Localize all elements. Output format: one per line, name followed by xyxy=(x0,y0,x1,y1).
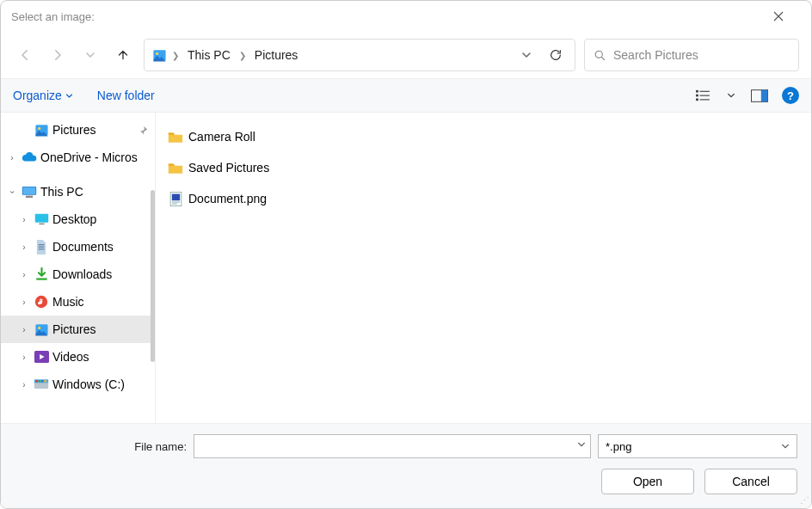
file-list[interactable]: Camera Roll Saved Pictures Document.png xyxy=(156,113,811,423)
navigation-tree[interactable]: › Pictures › OneDrive - Micros › This PC… xyxy=(1,113,156,423)
organize-menu[interactable]: Organize xyxy=(13,89,73,102)
sidebar-item-desktop[interactable]: › Desktop xyxy=(1,205,155,233)
chevron-right-icon[interactable]: › xyxy=(18,215,30,224)
svg-rect-10 xyxy=(761,89,768,101)
search-input[interactable] xyxy=(613,48,790,62)
sidebar-item-label: Documents xyxy=(52,240,114,254)
chevron-down-icon[interactable]: › xyxy=(8,186,17,198)
sidebar-item-cdrive[interactable]: › Windows (C:) xyxy=(1,371,155,398)
sidebar-item-videos[interactable]: › Videos xyxy=(1,343,155,371)
svg-rect-29 xyxy=(39,380,40,382)
svg-rect-18 xyxy=(39,244,45,245)
preview-pane-button[interactable] xyxy=(747,85,772,106)
desktop-icon xyxy=(34,212,49,227)
svg-rect-35 xyxy=(171,203,176,204)
file-type-filter[interactable]: *.png xyxy=(598,434,797,458)
sidebar-item-label: Windows (C:) xyxy=(52,377,125,391)
file-name: Camera Roll xyxy=(188,130,255,144)
videos-icon xyxy=(34,349,49,365)
scrollbar-thumb[interactable] xyxy=(151,190,155,362)
search-icon xyxy=(594,49,606,62)
svg-rect-6 xyxy=(700,95,710,96)
chevron-right-icon[interactable]: › xyxy=(6,153,18,163)
pictures-icon xyxy=(34,122,49,138)
window-title: Select an image: xyxy=(11,10,95,23)
file-name: Document.png xyxy=(188,192,267,205)
sidebar-item-label: OneDrive - Micros xyxy=(40,150,138,164)
filename-input[interactable] xyxy=(194,434,591,458)
drive-icon xyxy=(34,377,49,392)
svg-rect-30 xyxy=(41,380,43,382)
breadcrumb-pictures[interactable]: Pictures xyxy=(251,46,302,64)
chevron-right-icon: ❯ xyxy=(172,51,179,60)
folder-icon xyxy=(168,160,183,175)
sidebar-item-thispc[interactable]: › This PC xyxy=(1,178,155,205)
svg-rect-33 xyxy=(171,193,179,200)
sidebar-item-music[interactable]: › Music xyxy=(1,288,155,316)
svg-point-24 xyxy=(38,326,40,328)
folder-icon xyxy=(168,129,183,144)
open-button[interactable]: Open xyxy=(601,469,694,494)
view-options-dropdown[interactable] xyxy=(725,85,737,106)
chevron-right-icon[interactable]: › xyxy=(18,353,30,362)
refresh-button[interactable] xyxy=(544,43,568,67)
pictures-icon xyxy=(151,47,167,63)
sidebar-item-label: Videos xyxy=(52,350,89,364)
svg-rect-17 xyxy=(39,224,44,225)
address-history-dropdown[interactable] xyxy=(514,43,538,67)
image-file-icon xyxy=(168,191,183,206)
new-folder-button[interactable]: New folder xyxy=(97,89,155,102)
close-button[interactable] xyxy=(773,11,801,21)
sidebar-item-label: Pictures xyxy=(52,123,96,137)
sidebar-item-label: Downloads xyxy=(52,267,112,281)
sidebar-item-label: Music xyxy=(52,295,84,309)
pictures-icon xyxy=(34,322,49,337)
resize-grip[interactable]: ⋰ xyxy=(800,495,808,506)
svg-rect-7 xyxy=(696,99,698,101)
view-options-button[interactable] xyxy=(691,85,715,106)
chevron-right-icon[interactable]: › xyxy=(18,297,30,307)
back-button[interactable] xyxy=(13,43,37,67)
file-name: Saved Pictures xyxy=(188,161,269,175)
svg-point-12 xyxy=(38,126,40,129)
recent-locations-button[interactable] xyxy=(78,43,102,67)
help-button[interactable]: ? xyxy=(782,87,799,104)
chevron-right-icon[interactable]: › xyxy=(18,242,30,252)
sidebar-item-documents[interactable]: › Documents xyxy=(1,233,155,261)
folder-item[interactable]: Saved Pictures xyxy=(164,156,803,180)
file-item[interactable]: Document.png xyxy=(164,187,803,211)
cancel-button[interactable]: Cancel xyxy=(704,469,797,494)
svg-rect-14 xyxy=(23,187,36,193)
search-box[interactable] xyxy=(584,39,799,71)
svg-rect-3 xyxy=(696,90,698,93)
folder-item[interactable]: Camera Roll xyxy=(164,125,803,149)
filter-label: *.png xyxy=(606,440,631,453)
svg-rect-5 xyxy=(696,95,698,97)
up-button[interactable] xyxy=(111,43,135,67)
pin-icon xyxy=(138,126,148,135)
svg-rect-31 xyxy=(44,380,46,382)
sidebar-item-label: Pictures xyxy=(52,322,96,336)
sidebar-item-onedrive[interactable]: › OneDrive - Micros xyxy=(1,144,155,171)
chevron-right-icon: ❯ xyxy=(239,51,246,60)
breadcrumb-thispc[interactable]: This PC xyxy=(184,46,234,64)
chevron-right-icon[interactable]: › xyxy=(18,325,30,334)
sidebar-item-label: Desktop xyxy=(52,212,96,226)
svg-rect-4 xyxy=(700,91,710,92)
onedrive-icon xyxy=(22,150,37,165)
sidebar-item-label: This PC xyxy=(40,185,83,199)
svg-rect-16 xyxy=(34,214,47,223)
svg-rect-8 xyxy=(700,99,710,100)
sidebar-item-pictures[interactable]: › Pictures xyxy=(1,316,155,343)
address-bar[interactable]: ❯ This PC ❯ Pictures xyxy=(144,39,575,71)
chevron-right-icon[interactable]: › xyxy=(18,270,30,279)
documents-icon xyxy=(34,239,49,254)
sidebar-item-downloads[interactable]: › Downloads xyxy=(1,261,155,288)
filename-label: File name: xyxy=(15,440,187,453)
forward-button[interactable] xyxy=(46,43,70,67)
music-icon xyxy=(34,294,49,310)
sidebar-item-pictures-quick[interactable]: › Pictures xyxy=(1,116,155,144)
chevron-right-icon[interactable]: › xyxy=(18,380,30,389)
svg-rect-20 xyxy=(39,248,45,249)
svg-rect-34 xyxy=(171,201,179,202)
